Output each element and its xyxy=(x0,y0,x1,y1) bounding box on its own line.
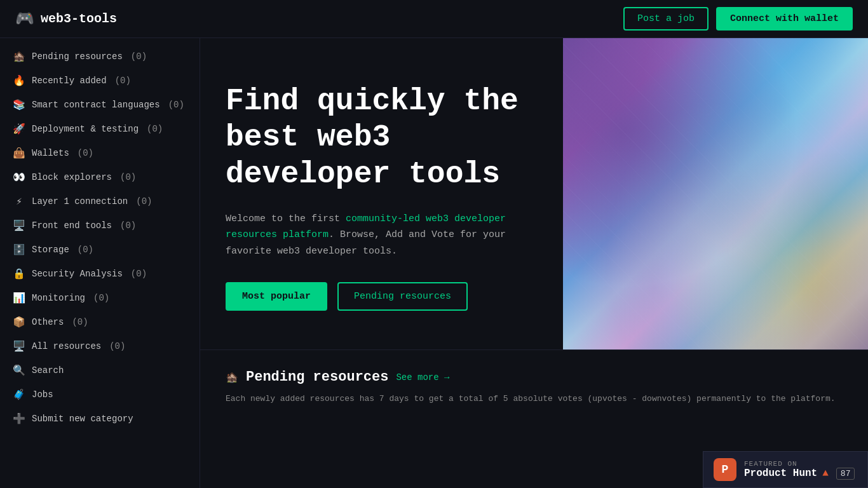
sidebar-icon-monitoring: 📊 xyxy=(13,292,25,304)
sidebar-item-submit-new-category[interactable]: ➕Submit new category xyxy=(0,407,200,431)
product-hunt-name-row: Product Hunt ▲ 87 xyxy=(744,468,855,480)
sidebar-label-block-explorers: Block explorers xyxy=(32,172,112,182)
hero-image xyxy=(563,38,868,349)
sidebar-label-smart-contract-languages: Smart contract languages xyxy=(32,100,160,110)
pending-see-more-link[interactable]: See more → xyxy=(396,372,449,383)
post-job-button[interactable]: Post a job xyxy=(623,7,709,30)
sidebar-count-all-resources: (0) xyxy=(109,341,125,351)
logo-icon: 🎮 xyxy=(15,10,34,28)
sidebar-item-monitoring[interactable]: 📊Monitoring(0) xyxy=(0,286,200,310)
sidebar-icon-deployment-testing: 🚀 xyxy=(13,123,25,135)
header-buttons: Post a job Connect with wallet xyxy=(623,7,853,30)
sidebar-count-front-end-tools: (0) xyxy=(120,220,136,231)
sidebar-icon-security-analysis: 🔒 xyxy=(13,268,25,280)
sidebar-icon-recently-added: 🔥 xyxy=(13,74,25,87)
logo-text: web3-tools xyxy=(41,11,117,26)
hero-buttons: Most popular Pending resources xyxy=(226,282,538,311)
sidebar-item-storage[interactable]: 🗄️Storage(0) xyxy=(0,238,200,262)
sidebar-icon-smart-contract-languages: 📚 xyxy=(13,98,25,111)
sidebar-count-storage: (0) xyxy=(78,245,93,255)
sidebar-item-deployment-testing[interactable]: 🚀Deployment & testing(0) xyxy=(0,117,200,141)
sidebar-label-jobs: Jobs xyxy=(32,390,53,400)
hero-subtitle: Welcome to the first community-led web3 … xyxy=(226,211,538,260)
sidebar-item-layer-1-connection[interactable]: ⚡Layer 1 connection(0) xyxy=(0,189,200,214)
sidebar-label-recently-added: Recently added xyxy=(32,76,107,86)
hero-subtitle-prefix: Welcome to the first xyxy=(226,214,346,224)
logo-area[interactable]: 🎮 web3-tools xyxy=(15,10,117,28)
sidebar-item-block-explorers[interactable]: 👀Block explorers(0) xyxy=(0,165,200,189)
sidebar-item-jobs[interactable]: 🧳Jobs xyxy=(0,383,200,407)
most-popular-button[interactable]: Most popular xyxy=(226,282,327,311)
sidebar-icon-search: 🔍 xyxy=(13,364,25,377)
sidebar-icon-wallets: 👜 xyxy=(13,147,25,159)
sidebar-label-others: Others xyxy=(32,317,64,327)
pending-section: 🏚️ Pending resources See more → Each new… xyxy=(200,349,868,419)
product-hunt-logo: P xyxy=(714,458,736,481)
sidebar-icon-pending-resources: 🏚️ xyxy=(13,50,25,63)
sidebar-count-others: (0) xyxy=(72,317,88,327)
sidebar-item-recently-added[interactable]: 🔥Recently added(0) xyxy=(0,69,200,93)
product-hunt-featured-label: FEATURED ON xyxy=(744,460,855,468)
sidebar-label-all-resources: All resources xyxy=(32,341,101,351)
sidebar-count-layer-1-connection: (0) xyxy=(136,196,152,207)
sidebar-label-monitoring: Monitoring xyxy=(32,293,85,303)
sidebar-label-storage: Storage xyxy=(32,245,69,255)
sidebar-item-others[interactable]: 📦Others(0) xyxy=(0,310,200,334)
product-hunt-arrow: ▲ xyxy=(822,468,829,479)
hero-text: Find quickly the best web3 developer too… xyxy=(200,38,563,349)
main-layout: 🏚️Pending resources(0)🔥Recently added(0)… xyxy=(0,38,868,488)
sidebar-label-deployment-testing: Deployment & testing xyxy=(32,124,139,134)
sidebar-count-monitoring: (0) xyxy=(93,293,109,303)
pending-header: 🏚️ Pending resources See more → xyxy=(226,369,843,385)
sidebar: 🏚️Pending resources(0)🔥Recently added(0)… xyxy=(0,38,200,488)
sidebar-count-block-explorers: (0) xyxy=(120,172,136,182)
product-hunt-name: Product Hunt xyxy=(744,468,817,479)
sidebar-item-all-resources[interactable]: 🖥️All resources(0) xyxy=(0,334,200,358)
sidebar-count-smart-contract-languages: (0) xyxy=(168,100,184,110)
pending-section-title: Pending resources xyxy=(246,369,388,385)
sidebar-item-front-end-tools[interactable]: 🖥️Front end tools(0) xyxy=(0,214,200,238)
sidebar-label-layer-1-connection: Layer 1 connection xyxy=(32,196,128,207)
sidebar-count-pending-resources: (0) xyxy=(131,51,147,62)
sidebar-icon-all-resources: 🖥️ xyxy=(13,340,25,353)
sidebar-icon-block-explorers: 👀 xyxy=(13,171,25,184)
sidebar-count-security-analysis: (0) xyxy=(131,269,147,279)
sidebar-item-search[interactable]: 🔍Search xyxy=(0,358,200,383)
sidebar-icon-storage: 🗄️ xyxy=(13,243,25,256)
sidebar-icon-layer-1-connection: ⚡ xyxy=(13,195,25,208)
sidebar-label-wallets: Wallets xyxy=(32,148,69,158)
content-area: Find quickly the best web3 developer too… xyxy=(200,38,868,488)
sidebar-icon-front-end-tools: 🖥️ xyxy=(13,219,25,232)
sidebar-item-smart-contract-languages[interactable]: 📚Smart contract languages(0) xyxy=(0,93,200,117)
connect-wallet-button[interactable]: Connect with wallet xyxy=(716,7,853,30)
sidebar-icon-others: 📦 xyxy=(13,316,25,329)
pending-resources-button[interactable]: Pending resources xyxy=(337,282,468,311)
sidebar-label-pending-resources: Pending resources xyxy=(32,51,123,62)
product-hunt-badge[interactable]: P FEATURED ON Product Hunt ▲ 87 xyxy=(703,451,868,488)
sidebar-count-deployment-testing: (0) xyxy=(147,124,163,134)
sidebar-icon-submit-new-category: ➕ xyxy=(13,412,25,425)
sidebar-label-search: Search xyxy=(32,365,64,376)
sidebar-item-security-analysis[interactable]: 🔒Security Analysis(0) xyxy=(0,262,200,286)
sidebar-count-wallets: (0) xyxy=(78,148,93,158)
sidebar-label-submit-new-category: Submit new category xyxy=(32,414,133,424)
sidebar-label-front-end-tools: Front end tools xyxy=(32,220,112,231)
pending-description: Each newly added resources has 7 days to… xyxy=(226,393,843,406)
product-hunt-count: 87 xyxy=(836,468,855,480)
product-hunt-info: FEATURED ON Product Hunt ▲ 87 xyxy=(744,460,855,480)
hero-section: Find quickly the best web3 developer too… xyxy=(200,38,868,349)
sidebar-label-security-analysis: Security Analysis xyxy=(32,269,123,279)
sidebar-item-pending-resources[interactable]: 🏚️Pending resources(0) xyxy=(0,44,200,69)
sidebar-item-wallets[interactable]: 👜Wallets(0) xyxy=(0,141,200,165)
sidebar-count-recently-added: (0) xyxy=(115,76,131,86)
pending-section-icon: 🏚️ xyxy=(226,371,238,384)
sidebar-icon-jobs: 🧳 xyxy=(13,388,25,401)
hero-title: Find quickly the best web3 developer too… xyxy=(226,83,538,193)
